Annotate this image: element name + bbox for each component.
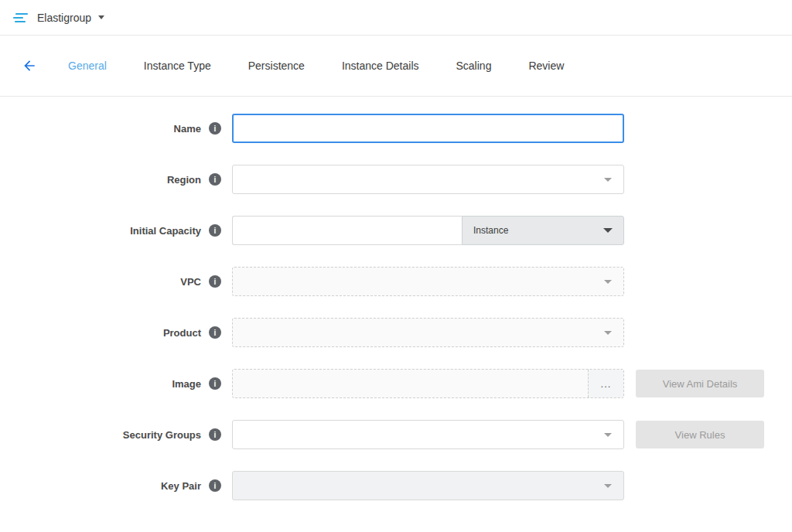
app-switcher-label[interactable]: Elastigroup (37, 12, 91, 24)
initial-capacity-input[interactable] (232, 216, 462, 245)
tab-persistence[interactable]: Persistence (248, 60, 305, 72)
chevron-down-icon (604, 331, 612, 335)
region-label: Region (167, 174, 201, 186)
view-ami-details-button[interactable]: View Ami Details (636, 370, 764, 397)
arrow-back-icon (22, 58, 37, 73)
wizard-tabbar: General Instance Type Persistence Instan… (0, 36, 792, 97)
app-header: Elastigroup (0, 0, 792, 36)
image-label: Image (172, 378, 201, 390)
chevron-down-icon (604, 484, 612, 488)
form-row-security-groups: Security Groups i View Rules (0, 420, 792, 449)
form-row-name: Name i (0, 114, 792, 143)
security-groups-label: Security Groups (123, 429, 201, 441)
tab-scaling[interactable]: Scaling (456, 60, 492, 72)
tab-instance-details[interactable]: Instance Details (342, 60, 419, 72)
tab-instance-type[interactable]: Instance Type (144, 60, 211, 72)
region-select[interactable] (232, 165, 624, 194)
form-row-key-pair: Key Pair i (0, 471, 792, 500)
elastigroup-logo-icon (12, 12, 29, 24)
info-icon[interactable]: i (209, 275, 221, 288)
tab-review[interactable]: Review (528, 60, 564, 72)
chevron-down-icon[interactable] (98, 15, 104, 19)
name-input[interactable] (232, 114, 624, 143)
name-label: Name (174, 123, 201, 135)
chevron-down-icon (604, 280, 612, 284)
info-icon[interactable]: i (209, 428, 221, 441)
vpc-label: VPC (180, 276, 201, 288)
form-row-image: Image i ... View Ami Details (0, 369, 792, 398)
info-icon[interactable]: i (209, 173, 221, 186)
key-pair-label: Key Pair (161, 480, 201, 492)
form-row-region: Region i (0, 165, 792, 194)
form-row-initial-capacity: Initial Capacity i Instance (0, 216, 792, 245)
key-pair-select[interactable] (232, 471, 624, 500)
chevron-down-icon (604, 433, 612, 437)
chevron-down-icon (603, 228, 613, 233)
form-row-vpc: VPC i (0, 267, 792, 296)
general-form: Name i Region i Initial Capacity i Insta… (0, 97, 792, 500)
image-field-group: ... (232, 369, 624, 398)
back-button[interactable] (20, 56, 39, 75)
chevron-down-icon (604, 178, 612, 182)
info-icon[interactable]: i (209, 122, 221, 135)
info-icon[interactable]: i (209, 479, 221, 492)
form-row-product: Product i (0, 318, 792, 347)
image-browse-button: ... (588, 370, 623, 397)
capacity-unit-select[interactable]: Instance (462, 216, 624, 245)
info-icon[interactable]: i (209, 377, 221, 390)
image-input (233, 370, 588, 397)
view-rules-button[interactable]: View Rules (636, 421, 764, 448)
tab-general[interactable]: General (68, 60, 107, 72)
initial-capacity-label: Initial Capacity (130, 225, 201, 237)
vpc-select (232, 267, 624, 296)
capacity-unit-value: Instance (473, 225, 508, 236)
security-groups-select[interactable] (232, 420, 624, 449)
product-select (232, 318, 624, 347)
info-icon[interactable]: i (209, 224, 221, 237)
product-label: Product (163, 327, 201, 339)
info-icon[interactable]: i (209, 326, 221, 339)
